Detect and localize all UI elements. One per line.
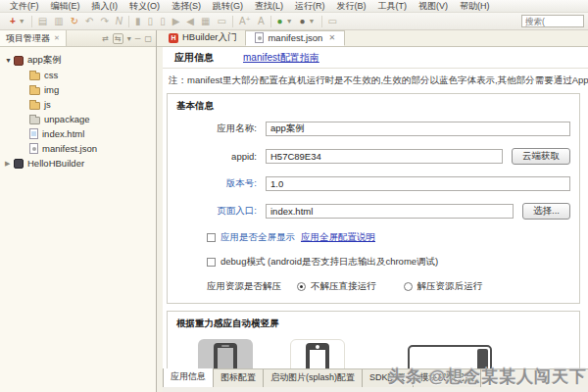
fullscreen-checkbox[interactable] — [207, 233, 216, 242]
bottom-tab-splash-config[interactable]: 启动图片(splash)配置 — [264, 369, 363, 387]
main-split: 项目管理器 ✕ ⇄ ⇆ ▾ ─ ▢ ▼ app案例 css — [0, 30, 588, 392]
unzip-yes-label: 解压资源后运行 — [417, 280, 483, 293]
cloud-fetch-button[interactable]: 云端获取 — [512, 148, 570, 165]
menu-item-file[interactable]: 文件(F) — [4, 0, 45, 13]
appid-input[interactable] — [266, 149, 503, 164]
app-name-input[interactable] — [266, 122, 570, 136]
tree-item-app-project[interactable]: ▼ app案例 — [0, 53, 156, 68]
doc2-icon[interactable]: ▯ — [160, 17, 166, 26]
unzip-row: 应用资源是否解压 不解压直接运行 解压资源后运行 — [207, 280, 570, 293]
tab-hbuilder-intro[interactable]: H HBuilder入门 — [160, 30, 245, 46]
redo-icon[interactable]: ↷ — [100, 17, 108, 26]
menu-item-find[interactable]: 查找(L) — [249, 0, 289, 13]
maximize-icon[interactable]: ▢ — [144, 34, 152, 43]
menu-item-run[interactable]: 运行(R) — [289, 0, 331, 13]
app-name-label: 应用名称: — [198, 122, 257, 135]
font-increase-icon[interactable]: A⁺ — [239, 17, 251, 26]
menu-bar: 文件(F) 编辑(E) 插入(I) 转义(O) 选择(S) 跳转(G) 查找(L… — [0, 0, 588, 13]
tree-item-manifest-json[interactable]: manifest.json — [0, 141, 156, 156]
tab-manifest-json[interactable]: manifest.json ✕ — [245, 30, 345, 46]
menu-item-publish[interactable]: 发行(B) — [331, 0, 372, 13]
tree-item-unpackage[interactable]: unpackage — [0, 112, 156, 126]
group-title: 基本信息 — [176, 100, 570, 113]
sidebar-tab-project-manager[interactable]: 项目管理器 ✕ — [0, 30, 67, 46]
debug-label: debug模式 (android是否支持日志输出及chrome调试) — [220, 256, 438, 269]
tree-item-label: unpackage — [44, 114, 89, 124]
refresh-icon[interactable]: ↻ — [71, 17, 78, 26]
new-file-dropdown-icon[interactable]: ▼ — [19, 18, 25, 24]
manifest-guide-link[interactable]: manifest配置指南 — [243, 51, 319, 65]
tab-label: HBuilder入门 — [182, 31, 236, 44]
format-icon[interactable]: N — [116, 17, 122, 26]
unzip-no-label: 不解压直接运行 — [311, 280, 376, 293]
tree-item-js[interactable]: js — [0, 97, 156, 112]
tree-item-label: img — [44, 84, 59, 95]
appid-label: appid: — [198, 151, 257, 162]
tree-item-img[interactable]: img — [0, 82, 156, 97]
tree-item-hellohbuilder[interactable]: ▶ HelloHBuilder — [0, 156, 156, 171]
menu-item-edit[interactable]: 编辑(E) — [45, 0, 86, 13]
unzip-no-radio[interactable] — [297, 282, 306, 291]
comment-icon[interactable]: ▭ — [328, 17, 337, 26]
menu-item-view[interactable]: 视图(V) — [413, 0, 454, 13]
font-decrease-icon[interactable]: A — [258, 17, 265, 26]
collapse-all-icon[interactable]: ⇄ — [102, 34, 109, 43]
version-input[interactable] — [266, 176, 570, 191]
menu-item-insert[interactable]: 插入(I) — [86, 0, 124, 13]
undo-icon[interactable]: ↶ — [85, 17, 93, 26]
version-label: 版本号: — [198, 177, 257, 190]
run-back-icon[interactable]: ◀ — [186, 17, 194, 26]
search-input[interactable] — [521, 15, 584, 27]
expand-arrow-icon[interactable]: ▶ — [5, 160, 14, 168]
browser-dropdown-icon[interactable]: ▼ — [309, 18, 316, 24]
folder-icon — [29, 87, 40, 95]
fullscreen-config-link[interactable]: 应用全屏配置说明 — [301, 231, 375, 244]
theme-dropdown-icon[interactable]: ▼ — [286, 18, 293, 24]
appid-row: appid: 云端获取 — [198, 148, 570, 165]
unzip-yes-radio[interactable] — [404, 282, 413, 291]
browser-icon[interactable]: ● — [300, 17, 306, 26]
fullscreen-row: 应用是否全屏显示 应用全屏配置说明 — [207, 231, 570, 244]
bottom-tab-icon-config[interactable]: 图标配置 — [214, 369, 264, 387]
save-all-icon[interactable]: ▥ — [54, 17, 63, 26]
json-file-icon — [255, 32, 264, 43]
bookmark-icon[interactable]: ▮ — [135, 17, 141, 26]
minimize-icon[interactable]: ─ — [135, 34, 141, 43]
sidebar-tab-label: 项目管理器 — [6, 32, 50, 45]
link-editor-icon[interactable]: ⇆ — [113, 33, 123, 44]
tree-item-label: manifest.json — [42, 143, 97, 154]
tree-item-index-html[interactable]: index.html — [0, 126, 156, 141]
tree-item-label: css — [44, 70, 58, 80]
menu-item-select[interactable]: 选择(S) — [166, 0, 207, 13]
doc-icon[interactable]: ▯ — [148, 17, 154, 26]
new-file-icon[interactable]: + — [10, 17, 16, 26]
folder-icon — [29, 102, 40, 110]
device-icon[interactable]: ▦ — [201, 17, 210, 26]
menu-item-goto[interactable]: 跳转(G) — [207, 0, 249, 13]
menu-item-escape[interactable]: 转义(O) — [123, 0, 166, 13]
toolbar: + ▼ ▤ ▥ ↻ ↶ ↷ N ▮ ▯ ▯ ▶ ◀ ▦ ▭ A⁺ A ● ▼ ●… — [0, 13, 588, 30]
menu-item-tools[interactable]: 工具(T) — [372, 0, 414, 13]
tab-close-icon[interactable]: ✕ — [328, 33, 335, 42]
debug-checkbox[interactable] — [207, 258, 216, 267]
project-sidebar: 项目管理器 ✕ ⇄ ⇆ ▾ ─ ▢ ▼ app案例 css — [0, 30, 157, 392]
tree-item-css[interactable]: css — [0, 68, 156, 82]
entry-page-input[interactable] — [266, 204, 514, 219]
folder-icon — [29, 73, 40, 80]
save-icon[interactable]: ▤ — [38, 17, 47, 26]
sidebar-close-icon[interactable]: ✕ — [54, 34, 60, 42]
app-name-row: 应用名称: — [198, 122, 570, 136]
menu-item-help[interactable]: 帮助(H) — [454, 0, 496, 13]
entry-page-row: 页面入口: 选择... — [198, 203, 570, 220]
tree-item-label: js — [44, 99, 51, 110]
folder-icon — [29, 117, 40, 124]
window-icon[interactable]: ▭ — [218, 17, 226, 26]
choose-entry-button[interactable]: 选择... — [522, 203, 570, 220]
project-icon — [14, 159, 24, 169]
page-title: 应用信息 — [174, 51, 214, 65]
theme-icon[interactable]: ● — [277, 17, 283, 26]
bottom-tab-app-info[interactable]: 应用信息 — [163, 368, 214, 387]
expand-arrow-icon[interactable]: ▼ — [5, 57, 14, 64]
view-menu-icon[interactable]: ▾ — [127, 34, 131, 43]
run-icon[interactable]: ▶ — [172, 17, 180, 26]
